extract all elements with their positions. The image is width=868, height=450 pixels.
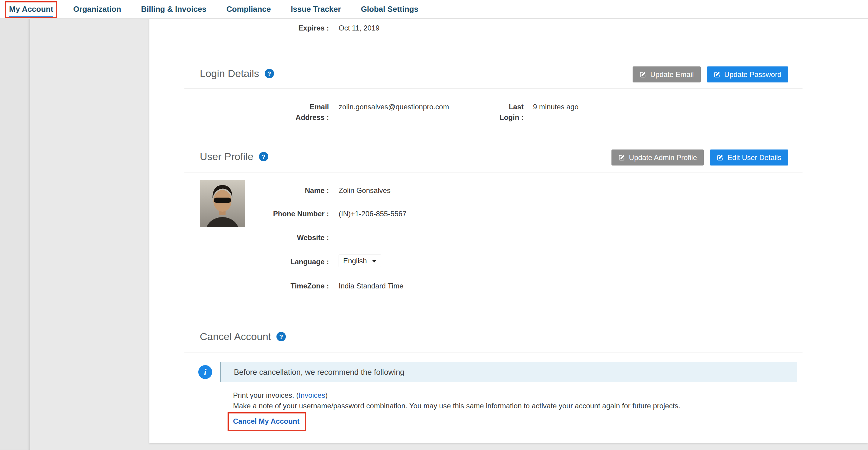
- edit-icon: [717, 154, 723, 161]
- language-select-value: English: [343, 257, 367, 265]
- timezone-value: India Standard Time: [339, 281, 404, 292]
- collapsed-sidebar: [0, 19, 30, 450]
- timezone-label: TimeZone :: [239, 281, 329, 292]
- name-value: Zolin Gonsalves: [339, 185, 391, 196]
- chevron-down-icon: [372, 260, 377, 263]
- email-address-value: zolin.gonsalves@questionpro.com: [339, 102, 449, 112]
- invoices-link[interactable]: Invoices: [299, 391, 325, 399]
- tab-compliance-label: Compliance: [226, 4, 271, 13]
- account-content-panel: Expires : Oct 11, 2019 Login Details ? U…: [149, 19, 868, 443]
- tab-organization[interactable]: Organization: [73, 4, 121, 14]
- tab-billing-invoices[interactable]: Billing & Invoices: [141, 4, 207, 14]
- info-icon: i: [198, 365, 212, 379]
- edit-user-details-label: Edit User Details: [727, 153, 781, 162]
- language-select[interactable]: English: [339, 254, 381, 267]
- my-account-page: My Account Organization Billing & Invoic…: [0, 0, 868, 450]
- login-details-heading: Login Details ?: [200, 68, 274, 80]
- cancel-account-help-icon[interactable]: ?: [276, 332, 286, 341]
- username-password-note: Make a note of your username/password co…: [233, 402, 680, 410]
- update-password-button[interactable]: Update Password: [707, 66, 788, 83]
- active-tab-underline: [9, 16, 53, 17]
- section-divider: [184, 172, 803, 173]
- user-profile-title: User Profile: [200, 151, 253, 162]
- cancel-my-account-wrapper: Cancel My Account: [233, 417, 300, 425]
- update-email-button[interactable]: Update Email: [632, 66, 701, 83]
- last-login-value: 9 minutes ago: [533, 102, 579, 112]
- tab-global-settings[interactable]: Global Settings: [361, 4, 418, 14]
- cancellation-info-alert: Before cancellation, we recommend the fo…: [220, 362, 797, 382]
- phone-number-label: Phone Number :: [239, 209, 329, 219]
- print-invoices-text: Print your invoices. (: [233, 391, 299, 399]
- website-label: Website :: [239, 233, 329, 243]
- tab-issue-tracker[interactable]: Issue Tracker: [291, 4, 341, 14]
- email-address-label: Email Address :: [293, 102, 329, 123]
- alert-title: Before cancellation, we recommend the fo…: [234, 367, 404, 377]
- tab-organization-label: Organization: [73, 4, 121, 13]
- edit-icon: [714, 71, 720, 78]
- update-admin-profile-button[interactable]: Update Admin Profile: [612, 150, 704, 166]
- cancel-account-heading: Cancel Account ?: [200, 331, 286, 342]
- user-profile-help-icon[interactable]: ?: [259, 152, 268, 161]
- phone-number-value: (IN)+1-206-855-5567: [339, 209, 406, 219]
- update-password-label: Update Password: [724, 70, 781, 79]
- login-details-help-icon[interactable]: ?: [265, 69, 274, 78]
- user-profile-heading: User Profile ?: [200, 151, 268, 162]
- tab-issue-tracker-label: Issue Tracker: [291, 4, 341, 13]
- update-admin-profile-label: Update Admin Profile: [629, 153, 697, 162]
- login-details-actions: Update Email Update Password: [632, 66, 788, 83]
- edit-user-details-button[interactable]: Edit User Details: [710, 150, 788, 166]
- update-email-label: Update Email: [650, 70, 693, 79]
- user-profile-actions: Update Admin Profile Edit User Details: [612, 150, 788, 166]
- tab-global-settings-label: Global Settings: [361, 4, 418, 13]
- name-label: Name :: [239, 185, 329, 196]
- tab-my-account-label: My Account: [9, 4, 53, 13]
- cancel-account-title: Cancel Account: [200, 331, 271, 342]
- edit-icon: [618, 154, 625, 161]
- print-invoices-text-suffix: ): [325, 391, 328, 399]
- last-login-label: Last Login :: [496, 102, 524, 123]
- edit-icon: [640, 71, 646, 78]
- expires-label: Expires :: [239, 23, 329, 33]
- print-invoices-line: Print your invoices. (Invoices): [233, 391, 328, 399]
- tab-billing-invoices-label: Billing & Invoices: [141, 4, 207, 13]
- top-navigation: My Account Organization Billing & Invoic…: [0, 0, 868, 19]
- expires-value: Oct 11, 2019: [339, 23, 380, 33]
- section-divider: [184, 352, 803, 353]
- tab-compliance[interactable]: Compliance: [226, 4, 271, 14]
- login-details-title: Login Details: [200, 68, 259, 80]
- language-label: Language :: [239, 257, 329, 267]
- tab-my-account[interactable]: My Account: [9, 4, 53, 14]
- cancel-my-account-link[interactable]: Cancel My Account: [233, 417, 300, 425]
